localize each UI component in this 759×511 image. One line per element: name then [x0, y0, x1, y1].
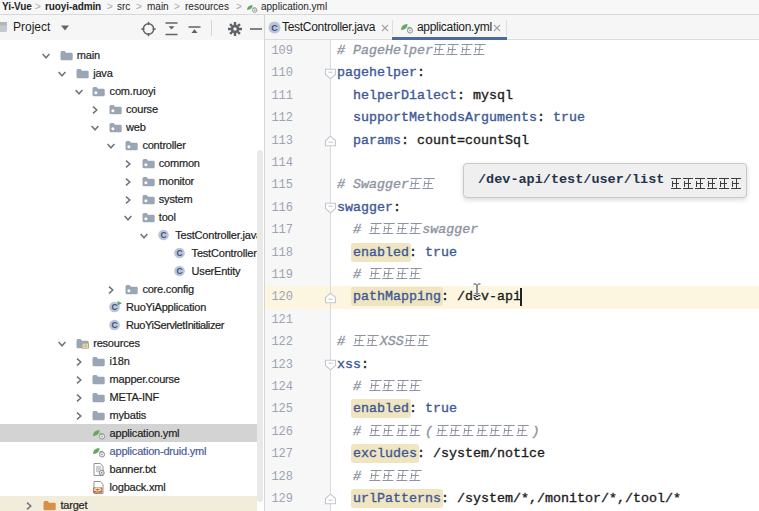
svg-text:C: C [111, 320, 117, 330]
svg-text:C: C [271, 23, 278, 33]
svg-text:<>: <> [94, 486, 102, 493]
svg-text:C: C [111, 302, 117, 312]
svg-text:C: C [177, 248, 183, 258]
svg-text:C: C [177, 266, 183, 276]
svg-text:C: C [160, 230, 166, 240]
